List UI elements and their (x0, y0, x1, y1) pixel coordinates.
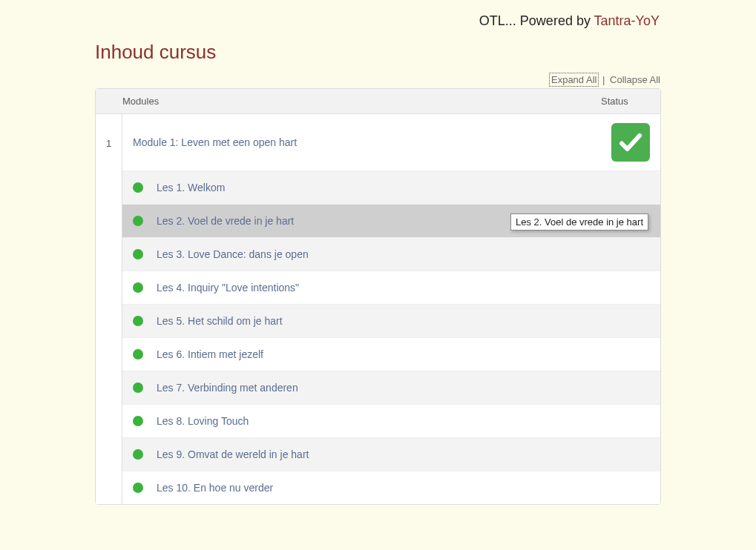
lesson-link[interactable]: Les 10. En hoe nu verder (157, 482, 273, 494)
lesson-row[interactable]: Les 3. Love Dance: dans je open (122, 237, 660, 271)
lesson-row[interactable]: Les 5. Het schild om je hart (122, 304, 660, 337)
status-dot-icon (133, 349, 143, 360)
page-title: Inhoud cursus (95, 41, 756, 64)
lesson-link[interactable]: Les 3. Love Dance: dans je open (157, 248, 309, 260)
lesson-link[interactable]: Les 9. Omvat de wereld in je hart (157, 448, 309, 460)
expand-collapse-controls: Expand All | Collapse All (95, 74, 660, 85)
lesson-row[interactable]: Les 7. Verbinding met anderen (122, 371, 660, 404)
lesson-link[interactable]: Les 1. Welkom (157, 182, 225, 193)
module-row: 1 Module 1: Leven met een open hart Les … (96, 114, 660, 504)
expand-all-link[interactable]: Expand All (550, 74, 597, 85)
lesson-row[interactable]: Les 9. Omvat de wereld in je hart (122, 437, 660, 471)
lesson-row[interactable]: Les 8. Loving Touch (122, 404, 660, 437)
header-prefix: OTL... Powered by (479, 13, 594, 28)
lesson-link[interactable]: Les 7. Verbinding met anderen (157, 382, 298, 394)
status-dot-icon (133, 282, 143, 293)
lesson-link[interactable]: Les 6. Intiem met jezelf (157, 348, 263, 360)
module-title-link[interactable]: Module 1: Leven met een open hart (133, 136, 611, 148)
collapse-all-link[interactable]: Collapse All (610, 74, 660, 85)
lesson-link[interactable]: Les 8. Loving Touch (157, 415, 249, 427)
col-modules-header: Modules (122, 96, 601, 107)
status-dot-icon (133, 416, 143, 426)
separator: | (602, 74, 605, 85)
status-dot-icon (133, 449, 143, 460)
lesson-link[interactable]: Les 4. Inquiry "Love intentions" (157, 282, 299, 294)
status-complete-badge (611, 123, 650, 162)
module-title-row: Module 1: Leven met een open hart (122, 114, 660, 170)
lesson-link[interactable]: Les 5. Het schild om je hart (157, 315, 283, 327)
lesson-row[interactable]: Les 6. Intiem met jezelf (122, 337, 660, 371)
status-dot-icon (133, 382, 143, 393)
course-content-box: Modules Status 1 Module 1: Leven met een… (95, 88, 661, 505)
lesson-row[interactable]: Les 4. Inquiry "Love intentions" (122, 271, 660, 304)
status-dot-icon (133, 182, 143, 193)
status-dot-icon (133, 216, 143, 226)
status-dot-icon (133, 483, 143, 493)
status-dot-icon (133, 316, 143, 326)
status-dot-icon (133, 249, 143, 259)
table-header-row: Modules Status (96, 89, 660, 114)
hover-tooltip: Les 2. Voel de vrede in je hart (510, 213, 648, 231)
lesson-link[interactable]: Les 2. Voel de vrede in je hart (157, 215, 294, 227)
header-tagline: OTL... Powered by Tantra-YoY (0, 0, 756, 36)
lesson-row[interactable]: Les 1. Welkom (122, 170, 660, 204)
check-icon (617, 129, 644, 156)
module-body: Module 1: Leven met een open hart Les 1.… (122, 114, 660, 504)
header-brand-link[interactable]: Tantra-YoY (594, 13, 660, 28)
lesson-row[interactable]: Les 10. En hoe nu verder (122, 471, 660, 504)
module-number: 1 (96, 114, 122, 504)
col-status-header: Status (601, 96, 660, 107)
